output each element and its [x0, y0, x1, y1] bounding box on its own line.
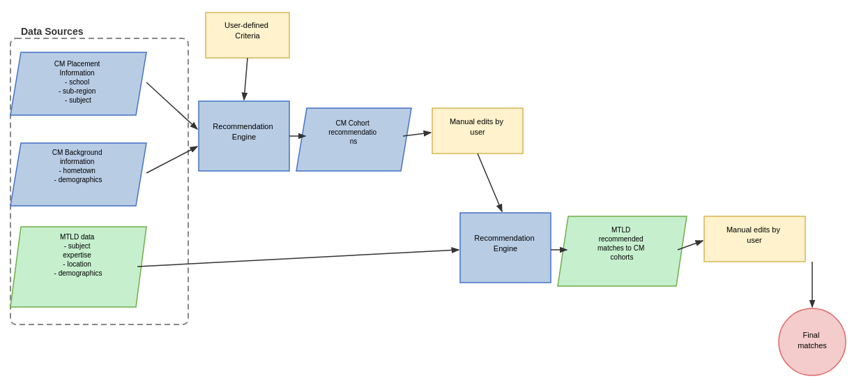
diagram: Data Sources CM Placement Information - … [0, 0, 868, 381]
arrow-manual1-to-engine2 [478, 154, 502, 211]
arrow-criteria-to-engine1 [244, 58, 248, 100]
arrow-mtld-to-engine2 [137, 250, 459, 267]
data-sources-label: Data Sources [21, 26, 84, 37]
arrow-background-to-engine1 [146, 147, 197, 173]
arrow-placement-to-engine1 [146, 82, 197, 129]
